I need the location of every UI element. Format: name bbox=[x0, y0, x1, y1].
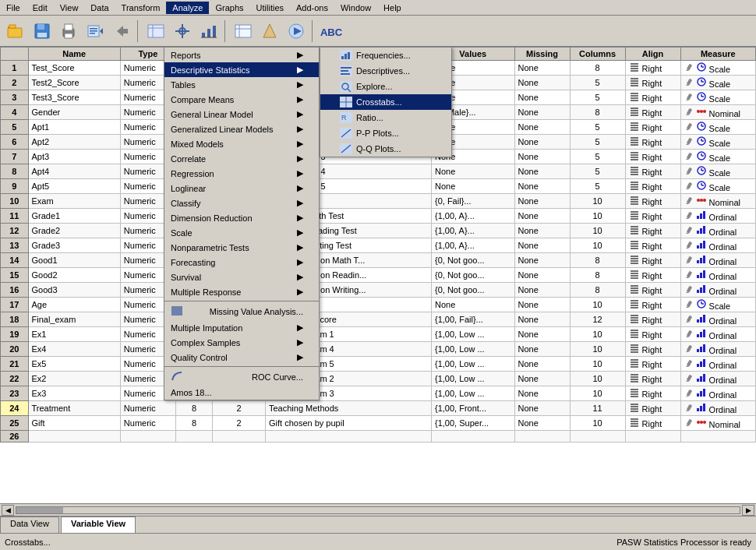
cell-measure[interactable]: Ordinal bbox=[680, 238, 756, 253]
cell-width[interactable] bbox=[175, 431, 212, 442]
cell-values[interactable] bbox=[432, 431, 515, 442]
cell-dec[interactable]: 2 bbox=[213, 416, 266, 431]
cell-name[interactable]: Exam bbox=[28, 194, 120, 209]
cell-values[interactable]: {1,00, Front... bbox=[432, 401, 515, 416]
cell-measure[interactable]: Scale bbox=[680, 150, 756, 164]
cell-measure[interactable]: Ordinal bbox=[680, 357, 756, 372]
cell-align[interactable]: Right bbox=[625, 105, 680, 120]
cell-measure[interactable]: Scale bbox=[680, 76, 756, 90]
cell-missing[interactable]: None bbox=[514, 357, 570, 372]
menu-edit[interactable]: Edit bbox=[26, 2, 54, 14]
weight-button[interactable] bbox=[257, 19, 282, 44]
cell-align[interactable]: Right bbox=[625, 327, 680, 342]
cell-name[interactable]: Good2 bbox=[28, 268, 120, 283]
menu-regression[interactable]: Regression ▶ bbox=[164, 166, 319, 181]
table-row[interactable]: 20 Ex4 Numeric 8 2 Mid-term Exam 4 {1,00… bbox=[1, 342, 756, 357]
table-row[interactable]: 15 Good2 Numeric 8 2 Performance on Read… bbox=[1, 268, 756, 283]
cell-values[interactable]: {1,00, Low ... bbox=[432, 372, 515, 386]
cell-values[interactable]: {0, Not goo... bbox=[432, 283, 515, 298]
table-row[interactable]: 16 Good3 Numeric 8 2 Performance on Writ… bbox=[1, 283, 756, 298]
table-row[interactable]: 17 Age Numeric 8 2 Age None None 10 Righ… bbox=[1, 298, 756, 312]
cell-label[interactable]: Gift chosen by pupil bbox=[265, 416, 431, 431]
cell-columns[interactable]: 10 bbox=[570, 209, 625, 224]
menu-quality-control[interactable]: Quality Control ▶ bbox=[164, 350, 319, 365]
cell-missing[interactable]: None bbox=[514, 386, 570, 401]
submenu-crosstabs[interactable]: Crosstabs... bbox=[320, 94, 451, 110]
cell-align[interactable]: Right bbox=[625, 61, 680, 76]
cell-columns[interactable]: 10 bbox=[570, 194, 625, 209]
cell-align[interactable]: Right bbox=[625, 90, 680, 105]
cell-name[interactable]: Grade2 bbox=[28, 224, 120, 238]
cell-values[interactable]: {1,00, Low ... bbox=[432, 357, 515, 372]
cell-missing[interactable]: None bbox=[514, 179, 570, 194]
submenu-explore[interactable]: Explore... bbox=[320, 79, 451, 94]
cell-missing[interactable]: None bbox=[514, 120, 570, 135]
cell-columns[interactable]: 10 bbox=[570, 357, 625, 372]
menu-analyze[interactable]: Analyze bbox=[166, 2, 209, 14]
cell-measure[interactable]: Ordinal bbox=[680, 342, 756, 357]
cell-align[interactable]: Right bbox=[625, 135, 680, 150]
cell-dec[interactable] bbox=[213, 431, 266, 442]
cell-align[interactable]: Right bbox=[625, 283, 680, 298]
cell-columns[interactable]: 5 bbox=[570, 120, 625, 135]
cell-name[interactable]: Good1 bbox=[28, 253, 120, 268]
cell-values[interactable]: {0, Not goo... bbox=[432, 268, 515, 283]
cell-name[interactable]: Apt4 bbox=[28, 164, 120, 179]
cell-values[interactable]: {1,00, A}... bbox=[432, 238, 515, 253]
cell-name[interactable]: Test3_Score bbox=[28, 90, 120, 105]
cell-columns[interactable]: 8 bbox=[570, 268, 625, 283]
cell-name[interactable] bbox=[28, 431, 120, 442]
cell-name[interactable]: Gift bbox=[28, 416, 120, 431]
cell-missing[interactable]: None bbox=[514, 342, 570, 357]
cell-measure[interactable]: Ordinal bbox=[680, 268, 756, 283]
cell-measure[interactable]: Ordinal bbox=[680, 283, 756, 298]
menu-mixed-models[interactable]: Mixed Models ▶ bbox=[164, 136, 319, 151]
cell-align[interactable]: Right bbox=[625, 298, 680, 312]
cell-measure[interactable]: Scale bbox=[680, 90, 756, 105]
cell-type[interactable]: Numeric bbox=[120, 401, 175, 416]
cell-missing[interactable]: None bbox=[514, 209, 570, 224]
submenu-qq-plots[interactable]: Q-Q Plots... bbox=[320, 141, 451, 157]
submenu-descriptives[interactable]: Descriptives... bbox=[320, 63, 451, 79]
var-button[interactable] bbox=[143, 19, 168, 44]
cell-align[interactable]: Right bbox=[625, 150, 680, 164]
cell-columns[interactable]: 8 bbox=[570, 61, 625, 76]
cell-columns[interactable]: 8 bbox=[570, 105, 625, 120]
cell-measure[interactable]: Ordinal bbox=[680, 253, 756, 268]
cell-name[interactable]: Apt2 bbox=[28, 135, 120, 150]
submenu-frequencies[interactable]: Frequencies... bbox=[320, 48, 451, 63]
cell-missing[interactable]: None bbox=[514, 90, 570, 105]
menu-help[interactable]: Help bbox=[377, 2, 408, 14]
cell-name[interactable]: Apt5 bbox=[28, 179, 120, 194]
cell-values[interactable]: {1,00, A}... bbox=[432, 209, 515, 224]
menu-descriptive-stats[interactable]: Descriptive Statistics ▶ bbox=[164, 62, 319, 77]
cell-align[interactable]: Right bbox=[625, 268, 680, 283]
cell-align[interactable]: Right bbox=[625, 76, 680, 90]
cell-align[interactable]: Right bbox=[625, 372, 680, 386]
table-row[interactable]: 18 Final_exam Numeric 8 2 Final Exam Sco… bbox=[1, 312, 756, 327]
table-row[interactable]: 12 Grade2 Numeric 8 2 Grade on Reading T… bbox=[1, 224, 756, 238]
cell-measure[interactable] bbox=[680, 431, 756, 442]
submenu-ratio[interactable]: R Ratio... bbox=[320, 110, 451, 125]
menu-window[interactable]: Window bbox=[334, 2, 377, 14]
cell-width[interactable]: 8 bbox=[175, 401, 212, 416]
cell-columns[interactable]: 5 bbox=[570, 90, 625, 105]
cell-name[interactable]: Ex1 bbox=[28, 327, 120, 342]
cell-measure[interactable]: Ordinal bbox=[680, 312, 756, 327]
horizontal-scrollbar[interactable]: ◀ ▶ bbox=[0, 503, 756, 516]
cell-columns[interactable]: 10 bbox=[570, 298, 625, 312]
cell-values[interactable]: {1,00, Fail}... bbox=[432, 312, 515, 327]
cell-measure[interactable]: Ordinal bbox=[680, 327, 756, 342]
cell-name[interactable]: Ex2 bbox=[28, 372, 120, 386]
cell-name[interactable]: Good3 bbox=[28, 283, 120, 298]
cell-name[interactable]: Age bbox=[28, 298, 120, 312]
cell-measure[interactable]: Scale bbox=[680, 164, 756, 179]
cell-values[interactable]: {0, Not goo... bbox=[432, 253, 515, 268]
menu-tables[interactable]: Tables ▶ bbox=[164, 77, 319, 92]
tab-variable-view[interactable]: Variable View bbox=[61, 517, 136, 533]
cell-missing[interactable]: None bbox=[514, 194, 570, 209]
cell-align[interactable] bbox=[625, 431, 680, 442]
cell-measure[interactable]: Nominal bbox=[680, 105, 756, 120]
back-button[interactable] bbox=[109, 19, 134, 44]
cell-columns[interactable]: 8 bbox=[570, 253, 625, 268]
